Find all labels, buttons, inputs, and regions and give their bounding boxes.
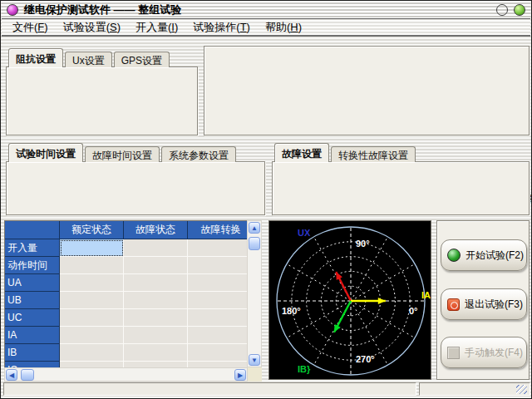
column-header[interactable]: 故障状态 bbox=[124, 221, 188, 239]
table-row: 动作时间 bbox=[5, 257, 247, 274]
table-cell[interactable] bbox=[60, 362, 124, 367]
svg-text:180°: 180° bbox=[282, 306, 301, 316]
tab-fault-settings[interactable]: 故障设置 bbox=[274, 143, 329, 162]
menu-test-operation[interactable]: 试验操作(T) bbox=[185, 19, 258, 36]
start-test-button[interactable]: 开始试验(F2) bbox=[441, 239, 527, 271]
table-cell[interactable] bbox=[188, 292, 247, 309]
fault-tabstrip: 故障设置 转换性故障设置 bbox=[274, 143, 417, 162]
scroll-down-icon[interactable]: ▼ bbox=[249, 354, 260, 366]
menu-binary-input[interactable]: 开入量(I) bbox=[128, 19, 185, 36]
tab-system-param-settings[interactable]: 系统参数设置 bbox=[161, 146, 236, 162]
scroll-right-icon[interactable]: ▶ bbox=[234, 369, 246, 381]
svg-text:270°: 270° bbox=[356, 354, 375, 364]
impedance-panel bbox=[6, 66, 198, 135]
row-header[interactable]: IB bbox=[5, 344, 60, 362]
menu-bar: 文件(F) 试验设置(S) 开入量(I) 试验操作(T) 帮助(H) bbox=[2, 20, 530, 37]
table-cell[interactable] bbox=[188, 257, 247, 274]
table-row: IA bbox=[5, 327, 247, 344]
tab-test-time-settings[interactable]: 试验时间设置 bbox=[8, 143, 83, 162]
menu-test-settings[interactable]: 试验设置(S) bbox=[56, 19, 128, 36]
table-row: IC bbox=[5, 362, 247, 367]
tab-convertible-fault-settings[interactable]: 转换性故障设置 bbox=[331, 146, 416, 162]
table-cell[interactable] bbox=[60, 274, 124, 292]
table-cell[interactable] bbox=[188, 344, 247, 362]
row-header[interactable]: UB bbox=[5, 292, 60, 309]
table-cell[interactable] bbox=[124, 362, 188, 367]
manual-trigger-label: 手动触发(F4) bbox=[465, 346, 523, 360]
table-cell[interactable] bbox=[124, 344, 188, 362]
tab-ux-settings[interactable]: Ux设置 bbox=[65, 52, 112, 67]
table-cell[interactable] bbox=[188, 327, 247, 344]
tab-fault-time-settings[interactable]: 故障时间设置 bbox=[85, 146, 160, 162]
table-row: UC bbox=[5, 309, 247, 327]
tab-impedance-settings[interactable]: 阻抗设置 bbox=[8, 48, 63, 67]
table-cell[interactable] bbox=[188, 274, 247, 292]
manual-trigger-button: 手动触发(F4) bbox=[441, 337, 527, 368]
table-cell[interactable] bbox=[124, 327, 188, 344]
start-test-icon bbox=[447, 249, 461, 262]
column-header[interactable]: 故障转换 bbox=[188, 221, 247, 239]
start-test-label: 开始试验(F2) bbox=[466, 249, 524, 263]
row-header[interactable]: UC bbox=[5, 309, 60, 327]
table-cell[interactable] bbox=[124, 239, 188, 257]
app-icon[interactable] bbox=[7, 4, 18, 16]
vertical-scrollbar[interactable]: ▲ ▼ bbox=[247, 220, 262, 367]
window-title: 继电保护测试软件 —— 整组试验 bbox=[24, 2, 181, 17]
app-window: 继电保护测试软件 —— 整组试验 文件(F) 试验设置(S) 开入量(I) 试验… bbox=[0, 0, 532, 399]
minimize-button[interactable] bbox=[496, 4, 508, 16]
table-row: UB bbox=[5, 292, 247, 309]
impedance-tabstrip: 阻抗设置 Ux设置 GPS设置 bbox=[8, 48, 171, 67]
svg-text:90°: 90° bbox=[356, 239, 370, 249]
close-button[interactable] bbox=[514, 4, 525, 16]
row-header[interactable]: UA bbox=[5, 274, 60, 292]
manual-trigger-icon bbox=[447, 347, 460, 359]
exit-test-icon bbox=[447, 298, 460, 311]
scroll-left-icon[interactable]: ◀ bbox=[6, 369, 17, 381]
vertical-scroll-thumb[interactable] bbox=[249, 237, 260, 250]
tab-gps-settings[interactable]: GPS设置 bbox=[114, 52, 170, 67]
exit-test-button[interactable]: 退出试验(F3) bbox=[441, 288, 527, 320]
row-header[interactable]: IC bbox=[5, 362, 60, 367]
svg-text:IB}: IB} bbox=[298, 364, 311, 374]
column-header[interactable]: 额定状态 bbox=[60, 221, 124, 239]
horizontal-scroll-thumb[interactable] bbox=[21, 369, 34, 381]
corner-header-cell bbox=[5, 221, 60, 239]
table-cell[interactable] bbox=[60, 257, 124, 274]
menu-help[interactable]: 帮助(H) bbox=[258, 19, 309, 36]
results-table: 额定状态 故障状态 故障转换 开入量 动作时间 UA UB bbox=[4, 220, 247, 367]
source-panel bbox=[204, 46, 530, 135]
resize-grip-icon[interactable] bbox=[516, 385, 527, 394]
fault-panel bbox=[272, 161, 530, 215]
table-cell[interactable] bbox=[60, 327, 124, 344]
svg-text:IA: IA bbox=[421, 290, 431, 300]
table-cell[interactable] bbox=[124, 257, 188, 274]
table-row: IB bbox=[5, 344, 247, 362]
table-cell[interactable] bbox=[188, 309, 247, 327]
table-cell[interactable] bbox=[188, 239, 247, 257]
status-bar-left bbox=[3, 382, 416, 396]
phasor-diagram: UX90°180°0°IA270°IB} bbox=[269, 221, 431, 379]
table-row: UA bbox=[5, 274, 247, 292]
table-cell[interactable] bbox=[188, 362, 247, 367]
exit-test-label: 退出试验(F3) bbox=[465, 298, 523, 312]
table-cell[interactable] bbox=[60, 344, 124, 362]
table-cell[interactable] bbox=[124, 274, 188, 292]
status-bar-right bbox=[419, 382, 530, 396]
table-cell[interactable] bbox=[124, 292, 188, 309]
menu-file[interactable]: 文件(F) bbox=[5, 19, 56, 36]
row-header[interactable]: 动作时间 bbox=[5, 257, 60, 274]
phasor-panel: UX90°180°0°IA270°IB} bbox=[268, 220, 431, 380]
table-cell[interactable] bbox=[60, 309, 124, 327]
table-header-row: 额定状态 故障状态 故障转换 bbox=[5, 221, 247, 239]
timing-tabstrip: 试验时间设置 故障时间设置 系统参数设置 bbox=[8, 143, 238, 162]
horizontal-scrollbar[interactable]: ◀ ▶ bbox=[4, 367, 248, 382]
table-cell[interactable] bbox=[124, 309, 188, 327]
svg-text:UX: UX bbox=[298, 228, 311, 238]
table-cell-selected[interactable] bbox=[60, 239, 124, 257]
table-cell[interactable] bbox=[60, 292, 124, 309]
svg-text:0°: 0° bbox=[409, 306, 418, 316]
row-header[interactable]: 开入量 bbox=[5, 239, 60, 257]
row-header[interactable]: IA bbox=[5, 327, 60, 344]
scrollbar-corner bbox=[248, 367, 262, 382]
scroll-up-icon[interactable]: ▲ bbox=[249, 222, 260, 234]
